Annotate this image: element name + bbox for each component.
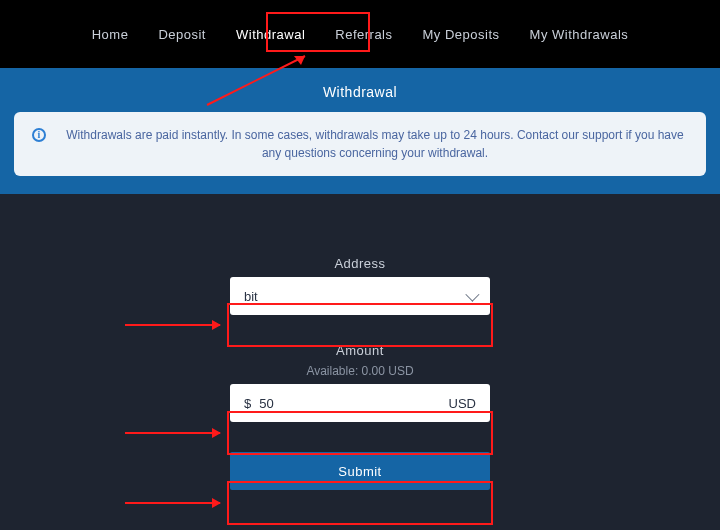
info-icon (32, 128, 46, 142)
nav-withdrawal[interactable]: Withdrawal (234, 21, 307, 48)
chevron-down-icon (465, 288, 479, 302)
address-select[interactable]: bit (230, 277, 490, 315)
amount-field-group: Amount Available: 0.00 USD $ USD (230, 343, 490, 422)
amount-input-wrapper[interactable]: $ USD (230, 384, 490, 422)
nav-my-deposits[interactable]: My Deposits (421, 21, 502, 48)
available-balance: Available: 0.00 USD (230, 364, 490, 378)
amount-label: Amount (230, 343, 490, 358)
page-title: Withdrawal (14, 84, 706, 100)
currency-suffix: USD (449, 396, 476, 411)
top-nav: Home Deposit Withdrawal Referrals My Dep… (0, 0, 720, 68)
nav-my-withdrawals[interactable]: My Withdrawals (528, 21, 631, 48)
annotation-arrow-submit (125, 502, 220, 504)
address-selected-value: bit (244, 289, 258, 304)
nav-referrals[interactable]: Referrals (333, 21, 394, 48)
nav-home[interactable]: Home (90, 21, 131, 48)
withdrawal-form: Address bit Amount Available: 0.00 USD $… (0, 194, 720, 490)
amount-input[interactable] (259, 396, 448, 411)
submit-button[interactable]: Submit (230, 452, 490, 490)
address-field-group: Address bit (230, 256, 490, 315)
info-notice: Withdrawals are paid instantly. In some … (14, 112, 706, 176)
nav-deposit[interactable]: Deposit (156, 21, 208, 48)
currency-prefix: $ (244, 396, 251, 411)
page-banner: Withdrawal Withdrawals are paid instantl… (0, 68, 720, 194)
notice-text: Withdrawals are paid instantly. In some … (62, 126, 688, 162)
address-label: Address (230, 256, 490, 271)
